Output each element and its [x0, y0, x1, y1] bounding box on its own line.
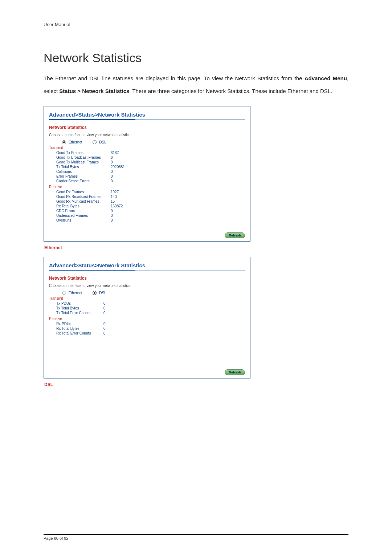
stat-label: Good Rx Broadcast Frames	[49, 194, 111, 199]
stat-label: Rx PDUs	[49, 321, 103, 326]
radio-label: Ethernet	[69, 140, 82, 144]
stat-row: Good Rx Multicast Frames15	[49, 199, 245, 204]
stat-label: Collisions	[49, 169, 111, 174]
stat-row: Good Rx Frames1927	[49, 190, 245, 194]
divider	[49, 119, 245, 120]
stat-row: Undersized Frames0	[49, 213, 245, 218]
refresh-button[interactable]: Refresh	[225, 369, 245, 375]
stat-value: 0	[103, 311, 106, 315]
radio-icon	[62, 291, 66, 295]
stat-value: 0	[103, 306, 106, 311]
radio-dsl[interactable]: DSL	[93, 140, 106, 144]
stat-label: Good Tx Broadcast Frames	[49, 155, 111, 160]
intro-paragraph: The Ethernet and DSL line statuses are d…	[44, 72, 348, 97]
stat-row: Rx Total Bytes160872	[49, 204, 245, 208]
stat-row: CRC Errors0	[49, 208, 245, 213]
section-receive: Receive	[49, 185, 245, 189]
section-transmit: Transmit	[49, 146, 245, 150]
stat-value: 0	[111, 160, 113, 165]
stat-label: Undersized Frames	[49, 213, 111, 218]
stat-row: Tx Total Error Counts0	[49, 311, 245, 315]
stat-label: Rx Total Error Counts	[49, 331, 103, 336]
radio-ethernet[interactable]: Ethernet	[62, 291, 82, 295]
refresh-button[interactable]: Refresh	[225, 232, 245, 238]
radio-icon	[93, 291, 97, 295]
stat-value: 1927	[111, 190, 119, 194]
panel-breadcrumb: Advanced>Status>Network Statistics	[49, 112, 245, 118]
caption-ethernet: Ethernet	[44, 245, 348, 250]
stat-label: Tx Total Bytes	[49, 165, 111, 169]
stat-row: Overruns0	[49, 218, 245, 223]
radio-label: DSL	[99, 140, 106, 144]
radio-dsl[interactable]: DSL	[93, 291, 106, 295]
stat-label: Good Tx Frames	[49, 150, 111, 155]
page-title: Network Statistics	[44, 51, 348, 65]
stat-label: Overruns	[49, 218, 111, 223]
radio-icon	[62, 140, 66, 144]
stat-label: Tx PDUs	[49, 301, 103, 306]
stat-row: Good Rx Broadcast Frames140	[49, 194, 245, 199]
receive-rows: Good Rx Frames1927Good Rx Broadcast Fram…	[49, 190, 245, 223]
stat-value: 140	[111, 194, 117, 199]
transmit-rows: Tx PDUs0Tx Total Bytes0Tx Total Error Co…	[49, 301, 245, 315]
stat-value: 0	[111, 218, 113, 223]
stat-value: 0	[103, 331, 106, 336]
stat-row: Error Frames0	[49, 174, 245, 179]
stat-row: Carrier Sense Errors0	[49, 179, 245, 183]
stat-value: 0	[111, 208, 113, 213]
stat-row: Rx PDUs0	[49, 321, 245, 326]
section-receive: Receive	[49, 317, 245, 321]
stat-label: Tx Total Bytes	[49, 306, 103, 311]
stats-panel-ethernet: Advanced>Status>Network Statistics Netwo…	[44, 106, 250, 242]
stat-value: 0	[103, 326, 106, 331]
stat-row: Tx Total Bytes0	[49, 306, 245, 311]
stat-row: Tx Total Bytes2920881	[49, 165, 245, 169]
stat-value: 160872	[111, 204, 123, 208]
stat-row: Collisions0	[49, 169, 245, 174]
intro-bold-path: Status > Network Statistics	[59, 88, 129, 94]
panel-breadcrumb: Advanced>Status>Network Statistics	[49, 262, 245, 268]
intro-text: The Ethernet and DSL line statuses are d…	[44, 75, 305, 81]
interface-radio-group: Ethernet DSL	[49, 140, 245, 144]
page-header: User Manual	[44, 22, 348, 29]
stat-label: Error Frames	[49, 174, 111, 179]
stat-value: 6	[111, 155, 113, 160]
stat-value: 0	[111, 213, 113, 218]
stat-value: 0	[103, 301, 106, 306]
panel-hint: Choose an interface to view your network…	[49, 284, 245, 288]
stat-row: Good Tx Broadcast Frames6	[49, 155, 245, 160]
stat-row: Tx PDUs0	[49, 301, 245, 306]
stat-value: 0	[111, 174, 113, 179]
panel-subtitle: Network Statistics	[49, 125, 245, 130]
stat-value: 3187	[111, 150, 119, 155]
radio-icon	[93, 140, 97, 144]
radio-label: Ethernet	[69, 291, 82, 295]
stat-label: Rx Total Bytes	[49, 204, 111, 208]
panel-subtitle: Network Statistics	[49, 276, 245, 281]
stat-value: 0	[111, 169, 113, 174]
stat-label: Rx Total Bytes	[49, 326, 103, 331]
stat-label: Good Rx Multicast Frames	[49, 199, 111, 204]
transmit-rows: Good Tx Frames3187Good Tx Broadcast Fram…	[49, 150, 245, 183]
stats-panel-dsl: Advanced>Status>Network Statistics Netwo…	[44, 257, 250, 378]
stat-row: Good Tx Frames3187	[49, 150, 245, 155]
stat-row: Rx Total Error Counts0	[49, 331, 245, 336]
stat-label: CRC Errors	[49, 208, 111, 213]
stat-row: Good Tx Multicast Frames0	[49, 160, 245, 165]
stat-label: Tx Total Error Counts	[49, 311, 103, 315]
stat-label: Good Rx Frames	[49, 190, 111, 194]
section-transmit: Transmit	[49, 296, 245, 300]
stat-row: Rx Total Bytes0	[49, 326, 245, 331]
radio-label: DSL	[99, 291, 106, 295]
stat-label: Good Tx Multicast Frames	[49, 160, 111, 165]
radio-ethernet[interactable]: Ethernet	[62, 140, 82, 144]
panel-hint: Choose an interface to view your network…	[49, 133, 245, 137]
interface-radio-group: Ethernet DSL	[49, 291, 245, 295]
page-footer: Page 80 of 92	[44, 534, 348, 540]
stat-value: 2920881	[111, 165, 125, 169]
stat-label: Carrier Sense Errors	[49, 179, 111, 183]
divider	[49, 270, 245, 271]
receive-rows: Rx PDUs0Rx Total Bytes0Rx Total Error Co…	[49, 321, 245, 336]
stat-value: 0	[111, 179, 113, 183]
stat-value: 15	[111, 199, 115, 204]
